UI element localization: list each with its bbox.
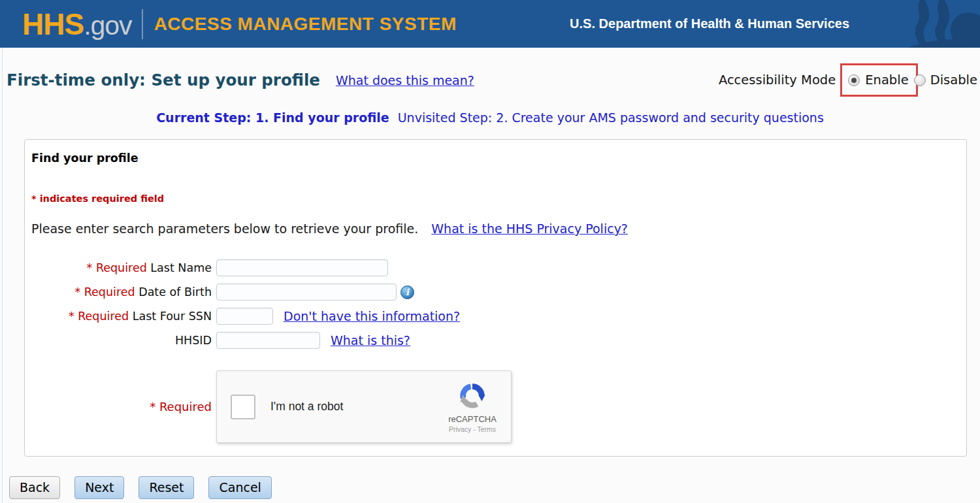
last-four-ssn-row: * Required Last Four SSN Don't have this… [31, 308, 958, 325]
current-step-label: Current Step: 1. Find your profile [156, 110, 389, 125]
what-is-this-link[interactable]: What is this? [331, 333, 410, 348]
unvisited-step-label: Unvisited Step: 2. Create your AMS passw… [398, 110, 824, 125]
app-header: HHS .gov ACCESS MANAGEMENT SYSTEM U.S. D… [0, 0, 980, 48]
recaptcha-widget: I'm not a robot reCAPTCHA Privacy - Term… [216, 370, 512, 443]
last-name-row: * Required Last Name [31, 259, 958, 276]
required-marker: * Required [87, 261, 147, 274]
privacy-policy-link[interactable]: What is the HHS Privacy Policy? [431, 221, 628, 236]
logo-hhs-text: HHS [22, 7, 84, 42]
last-four-ssn-label: * Required Last Four SSN [31, 310, 212, 323]
info-icon[interactable]: i [400, 285, 414, 299]
recaptcha-icon [457, 381, 487, 411]
captcha-row: * Required I'm not a robot reCAPTCHA Pri… [31, 370, 958, 443]
last-name-label: * Required Last Name [31, 261, 212, 274]
hhsid-row: HHSID What is this? [31, 332, 958, 349]
department-title: U.S. Department of Health & Human Servic… [570, 16, 849, 31]
back-button[interactable]: Back [9, 476, 60, 499]
required-marker: * Required [74, 285, 135, 299]
date-of-birth-label: * Required Date of Birth [31, 285, 212, 299]
action-buttons: Back Next Reset Cancel [9, 476, 980, 499]
profile-search-form: * Required Last Name * Required Date of … [31, 259, 958, 349]
enable-radio[interactable] [848, 74, 860, 86]
disable-label[interactable]: Disable [930, 73, 977, 88]
last-four-ssn-input[interactable] [216, 308, 273, 325]
instructions-text: Please enter search parameters below to … [31, 221, 418, 236]
accessibility-mode-control: Accessibility Mode Enable Disable [719, 63, 977, 97]
last-name-input[interactable] [216, 259, 388, 276]
enable-highlight-box: Enable [840, 63, 917, 97]
page-left-edge [2, 48, 3, 503]
panel-title: Find your profile [31, 152, 958, 165]
recaptcha-wordmark: reCAPTCHA [442, 414, 502, 424]
recaptcha-brand: reCAPTCHA Privacy - Terms [442, 381, 502, 433]
disable-radio[interactable] [914, 74, 926, 86]
app-title: ACCESS MANAGEMENT SYSTEM [154, 14, 457, 35]
next-button[interactable]: Next [74, 476, 124, 499]
hhs-gov-logo[interactable]: HHS .gov [22, 7, 132, 42]
hhsid-input[interactable] [216, 332, 320, 349]
what-does-this-mean-link[interactable]: What does this mean? [336, 73, 474, 88]
step-indicator: Current Step: 1. Find your profileUnvisi… [0, 110, 980, 125]
accessibility-mode-label: Accessibility Mode [719, 73, 836, 88]
required-field-note: * indicates required field [31, 193, 958, 204]
recaptcha-checkbox[interactable] [231, 395, 255, 419]
reset-button[interactable]: Reset [139, 476, 194, 499]
cancel-button[interactable]: Cancel [208, 476, 271, 499]
page-title-row: First-time only: Set up your profile Wha… [7, 63, 977, 97]
find-profile-panel: Find your profile * indicates required f… [24, 139, 967, 457]
date-of-birth-row: * Required Date of Birth i [31, 284, 958, 300]
required-marker: * Required [69, 310, 129, 323]
dont-have-info-link[interactable]: Don't have this information? [284, 309, 460, 323]
recaptcha-label: I'm not a robot [270, 400, 343, 414]
header-divider [142, 9, 143, 39]
recaptcha-privacy-terms[interactable]: Privacy - Terms [442, 425, 502, 433]
page-title: First-time only: Set up your profile [7, 71, 320, 89]
enable-label[interactable]: Enable [865, 73, 908, 88]
captcha-required-marker: * Required [31, 400, 212, 414]
hhsid-label: HHSID [31, 334, 212, 347]
hhs-eagle-watermark [882, 0, 980, 48]
logo-gov-text: .gov [84, 10, 132, 41]
date-of-birth-input[interactable] [216, 284, 397, 300]
